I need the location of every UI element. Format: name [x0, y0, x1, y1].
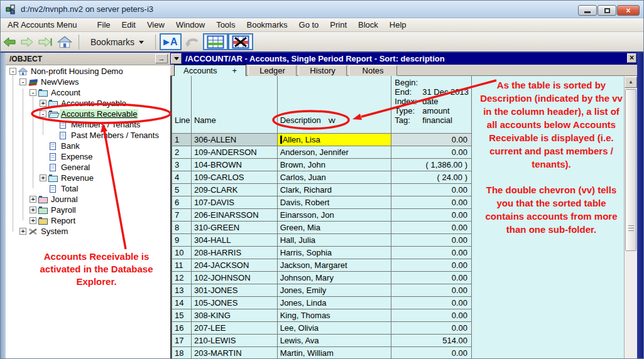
- cell-value[interactable]: 0.00: [391, 272, 472, 284]
- menu-tools[interactable]: Tools: [210, 18, 241, 32]
- cell-value[interactable]: 0.00: [391, 322, 472, 334]
- menu-print[interactable]: Print: [324, 18, 352, 32]
- cell-name[interactable]: 304-HALL: [192, 234, 278, 246]
- scroll-up-button[interactable]: ▲: [625, 77, 637, 88]
- tree-item-past-members-tenants[interactable]: Past Members / Tenants: [6, 130, 170, 141]
- cell-line[interactable]: 18: [172, 347, 192, 359]
- cell-description[interactable]: Hall, Julia: [278, 234, 392, 246]
- cell-description[interactable]: Anderson, Jennifer: [278, 146, 392, 158]
- menu-view[interactable]: View: [141, 18, 170, 32]
- tree-expander[interactable]: +: [19, 228, 26, 235]
- cell-description[interactable]: Jones, Emily: [278, 284, 392, 296]
- cell-value[interactable]: 0.00: [391, 284, 472, 296]
- tree-item-report[interactable]: + Report: [6, 215, 170, 226]
- cell-name[interactable]: 105-JONES: [192, 297, 278, 309]
- bookmarks-dropdown-button[interactable]: Bookmarks: [85, 36, 149, 48]
- menu-block[interactable]: Block: [352, 18, 384, 32]
- cell-value[interactable]: 0.00: [391, 146, 472, 158]
- tab-notes[interactable]: Notes: [349, 65, 397, 76]
- cell-line[interactable]: 5: [172, 184, 192, 196]
- explorer-expand-button[interactable]: →: [155, 54, 168, 63]
- cell-description[interactable]: Harris, Sophia: [278, 247, 392, 259]
- cell-description[interactable]: Clark, Richard: [278, 184, 392, 196]
- tree-item-expense[interactable]: Expense: [6, 151, 170, 162]
- vertical-scrollbar[interactable]: ▲: [624, 77, 637, 359]
- tree-item-accounts-receivable[interactable]: - Accounts Receivable: [6, 109, 170, 119]
- cell-name[interactable]: 207-LEE: [192, 322, 278, 334]
- cell-description[interactable]: Jones, Linda: [278, 297, 392, 309]
- tree-item-root[interactable]: - Non-profit Housing Demo: [6, 66, 170, 77]
- scrollbar-thumb[interactable]: [625, 89, 636, 251]
- menu-edit[interactable]: Edit: [116, 18, 141, 32]
- cell-line[interactable]: 15: [172, 309, 192, 321]
- tree-item-system[interactable]: + System: [6, 226, 170, 237]
- cell-value[interactable]: 0.00: [391, 347, 472, 359]
- cell-name[interactable]: 102-JOHNSON: [192, 272, 278, 284]
- cell-name[interactable]: 209-CLARK: [192, 184, 278, 196]
- cell-line[interactable]: 16: [172, 322, 192, 334]
- tree-expander[interactable]: +: [30, 217, 36, 224]
- tree-expander[interactable]: +: [30, 206, 36, 213]
- cell-name[interactable]: 203-MARTIN: [192, 347, 278, 359]
- cell-name[interactable]: 308-KING: [192, 309, 278, 321]
- menu-window[interactable]: Window: [170, 18, 210, 32]
- cell-line[interactable]: 13: [172, 284, 192, 296]
- cell-description[interactable]: Carlos, Juan: [278, 171, 392, 183]
- panel-menu-button[interactable]: [171, 53, 182, 64]
- cell-line[interactable]: 3: [172, 159, 192, 171]
- cell-line[interactable]: 6: [172, 196, 192, 208]
- tree-item-account[interactable]: - Account: [6, 87, 170, 98]
- cell-value[interactable]: 0.00: [391, 134, 472, 146]
- tab-accounts[interactable]: Accounts +: [174, 65, 246, 76]
- cell-name[interactable]: 204-JACKSON: [192, 259, 278, 271]
- cell-description[interactable]: Lee, Olivia: [278, 322, 392, 334]
- cell-name[interactable]: 301-JONES: [192, 284, 278, 296]
- cell-line[interactable]: 12: [172, 272, 192, 284]
- maximize-button[interactable]: [598, 5, 616, 16]
- cell-line[interactable]: 17: [172, 335, 192, 346]
- cell-description[interactable]: Martin, William: [278, 347, 392, 359]
- menu-goto[interactable]: Go to: [293, 18, 325, 32]
- cell-description[interactable]: Lewis, Ava: [278, 335, 392, 346]
- tree-item-members-tenants[interactable]: Members / Tenants: [6, 119, 170, 130]
- close-button[interactable]: ×: [617, 5, 640, 16]
- tab-ledger[interactable]: Ledger: [248, 65, 297, 76]
- cell-value[interactable]: 0.00: [391, 297, 472, 309]
- panel-close-button[interactable]: ×: [627, 53, 636, 63]
- tree-expander[interactable]: +: [40, 174, 46, 181]
- home-button[interactable]: [57, 36, 72, 48]
- new-table-button[interactable]: [203, 33, 228, 50]
- cell-value[interactable]: 0.00: [391, 184, 472, 196]
- cell-description[interactable]: Einarsson, Jon: [278, 209, 392, 221]
- tab-add-icon[interactable]: +: [232, 66, 237, 75]
- menu-bookmarks[interactable]: Bookmarks: [241, 18, 293, 32]
- cell-name[interactable]: 210-LEWIS: [192, 335, 278, 346]
- minimize-button[interactable]: [578, 5, 597, 16]
- menu-ar-accounts[interactable]: AR Accounts Menu: [2, 18, 83, 32]
- cell-line[interactable]: 9: [172, 234, 192, 246]
- tree-item-journal[interactable]: + Journal: [6, 194, 170, 205]
- cell-name[interactable]: 107-DAVIS: [192, 196, 278, 208]
- cell-value[interactable]: 0.00: [391, 234, 472, 246]
- cell-line[interactable]: 4: [172, 171, 192, 183]
- cell-value[interactable]: 0.00: [391, 247, 472, 259]
- cell-name[interactable]: 104-BROWN: [192, 159, 278, 171]
- tree-expander[interactable]: +: [40, 100, 46, 107]
- delete-table-button[interactable]: [228, 33, 253, 50]
- cell-line[interactable]: 8: [172, 222, 192, 233]
- cell-value[interactable]: ( 24.00 ): [391, 171, 472, 183]
- cell-value[interactable]: 0.00: [391, 259, 472, 271]
- cell-value[interactable]: 0.00: [391, 209, 472, 221]
- column-header-name[interactable]: Name: [192, 76, 278, 133]
- cell-description[interactable]: Jackson, Margaret: [278, 259, 392, 271]
- forward-end-button[interactable]: [38, 37, 52, 47]
- cell-description-active[interactable]: Allen, Lisa: [278, 134, 392, 146]
- tree-expander[interactable]: +: [30, 196, 36, 203]
- cell-name[interactable]: 306-ALLEN: [192, 134, 278, 146]
- cell-description[interactable]: Green, Mia: [278, 222, 392, 233]
- tree-item-total[interactable]: Total: [6, 183, 170, 194]
- cell-name[interactable]: 208-HARRIS: [192, 247, 278, 259]
- cell-name[interactable]: 206-EINARSSON: [192, 209, 278, 221]
- column-header-line[interactable]: Line: [172, 76, 192, 133]
- cell-name[interactable]: 109-ANDERSON: [192, 146, 278, 158]
